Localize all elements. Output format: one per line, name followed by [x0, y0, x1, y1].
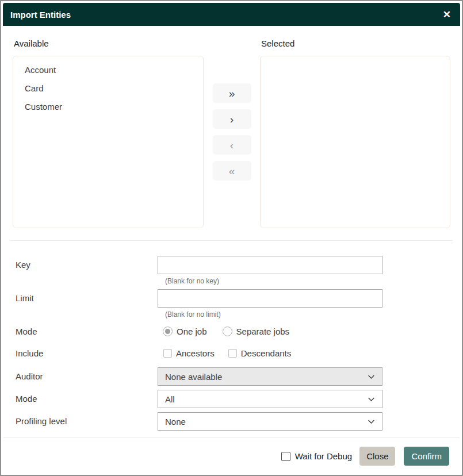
available-column: Available Account Card Customer: [13, 39, 204, 228]
auditor-label: Auditor: [13, 367, 158, 386]
radio-unselected-icon: [223, 327, 232, 336]
import-options-form: Key (Blank for no key) Limit (Blank for …: [13, 256, 450, 431]
include-label: Include: [13, 348, 158, 358]
radio-selected-icon: [163, 327, 173, 336]
profiling-level-label: Profiling level: [13, 412, 158, 431]
transfer-buttons: » › ‹ «: [204, 39, 260, 228]
list-item[interactable]: Customer: [13, 98, 203, 116]
radio-separate-jobs[interactable]: Separate jobs: [223, 327, 290, 336]
confirm-button[interactable]: Confirm: [404, 447, 449, 466]
limit-label: Limit: [13, 289, 158, 308]
auditor-select-value: None available: [165, 372, 222, 382]
selected-listbox[interactable]: [260, 56, 450, 228]
dialog-body: Available Account Card Customer » › ‹ « …: [3, 26, 460, 437]
chevron-down-icon: [368, 396, 375, 403]
mode-radio-label: Mode: [13, 327, 158, 336]
checkbox-ancestors[interactable]: Ancestors: [163, 348, 215, 358]
dialog-title: Import Entities: [10, 10, 71, 20]
entity-transfer-section: Available Account Card Customer » › ‹ « …: [13, 39, 450, 228]
checkbox-icon: [281, 452, 290, 461]
limit-hint: (Blank for no limit): [158, 308, 382, 318]
list-item[interactable]: Card: [13, 79, 203, 98]
mode-select-row: Mode All: [13, 390, 450, 408]
limit-row: Limit (Blank for no limit): [13, 289, 450, 318]
move-right-button[interactable]: ›: [213, 109, 251, 129]
include-row: Include Ancestors Descendants: [13, 345, 450, 361]
dialog-footer: Wait for Debug Close Confirm: [3, 437, 460, 475]
profiling-level-value: None: [165, 417, 186, 427]
profiling-level-row: Profiling level None: [13, 412, 450, 431]
mode-radio-row: Mode One job Separate jobs: [13, 323, 450, 339]
move-all-right-button[interactable]: »: [213, 83, 251, 103]
mode-select-value: All: [165, 394, 175, 404]
list-item[interactable]: Account: [13, 61, 203, 79]
mode-select-label: Mode: [13, 390, 158, 408]
key-hint: (Blank for no key): [158, 274, 382, 285]
dialog-header: Import Entities ✕: [3, 3, 460, 26]
move-all-left-button[interactable]: «: [213, 161, 251, 181]
checkbox-descendants[interactable]: Descendants: [228, 348, 292, 358]
profiling-level-select[interactable]: None: [158, 412, 382, 431]
selected-label: Selected: [261, 39, 450, 48]
close-button[interactable]: Close: [359, 447, 395, 466]
available-listbox[interactable]: Account Card Customer: [13, 56, 204, 228]
auditor-select[interactable]: None available: [158, 367, 382, 386]
move-left-button[interactable]: ‹: [213, 135, 251, 155]
limit-input[interactable]: [158, 289, 382, 308]
available-label: Available: [14, 39, 204, 48]
checkbox-icon: [228, 349, 237, 358]
wait-for-debug-checkbox[interactable]: Wait for Debug: [281, 451, 353, 461]
import-entities-dialog: Import Entities ✕ Available Account Card…: [0, 0, 463, 476]
chevron-down-icon: [368, 418, 375, 425]
key-input[interactable]: [158, 256, 382, 274]
mode-select[interactable]: All: [158, 390, 382, 408]
close-icon[interactable]: ✕: [443, 10, 451, 20]
radio-one-job[interactable]: One job: [163, 327, 207, 336]
chevron-down-icon: [368, 373, 375, 381]
selected-column: Selected: [260, 39, 450, 228]
key-label: Key: [13, 256, 158, 274]
key-row: Key (Blank for no key): [13, 256, 450, 285]
checkbox-icon: [163, 349, 172, 358]
auditor-row: Auditor None available: [13, 367, 450, 386]
section-divider: [10, 240, 453, 241]
